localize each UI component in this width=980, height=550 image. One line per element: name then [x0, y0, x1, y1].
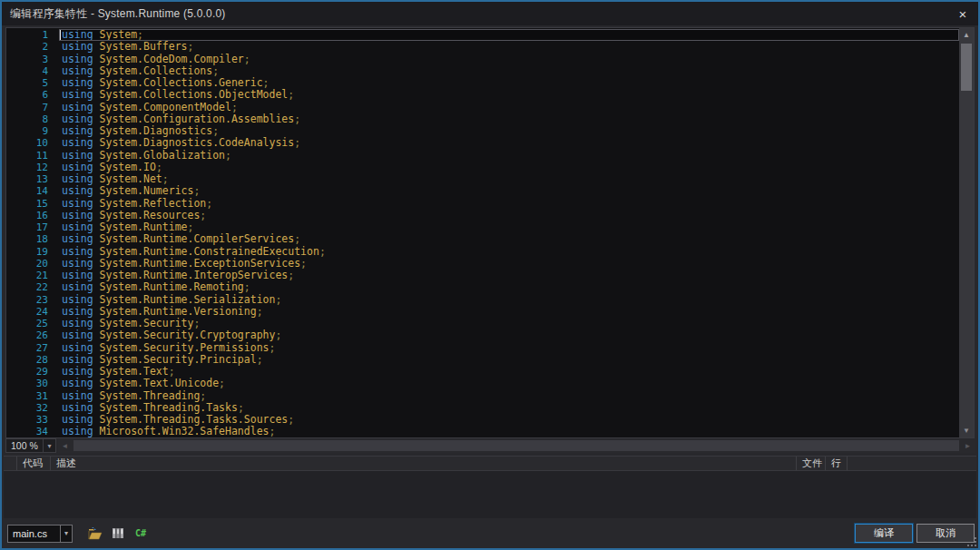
code-text[interactable]: using System.Numerics;: [59, 185, 959, 197]
code-text[interactable]: using System.Collections;: [59, 65, 959, 77]
column-file[interactable]: 文件: [797, 457, 826, 470]
code-line[interactable]: 12using System.IO;: [6, 162, 959, 173]
csharp-file-icon[interactable]: C#: [133, 526, 148, 541]
code-line[interactable]: 24using System.Runtime.Versioning;: [6, 306, 959, 318]
code-text[interactable]: using System.Diagnostics;: [59, 125, 959, 137]
code-text[interactable]: using System.Globalization;: [59, 150, 959, 162]
code-text[interactable]: using Microsoft.Win32.SafeHandles;: [59, 426, 959, 437]
code-line[interactable]: 11using System.Globalization;: [6, 150, 959, 162]
code-line[interactable]: 22using System.Runtime.Remoting;: [6, 281, 959, 293]
code-line[interactable]: 7using System.ComponentModel;: [6, 102, 959, 113]
file-name-value: main.cs: [8, 525, 60, 542]
code-line[interactable]: 13using System.Net;: [6, 173, 959, 185]
column-code[interactable]: 代码: [17, 457, 51, 470]
code-line[interactable]: 19using System.Runtime.ConstrainedExecut…: [6, 246, 959, 258]
code-text[interactable]: using System.Runtime;: [59, 221, 959, 233]
library-references-icon[interactable]: [111, 526, 125, 541]
line-number: 31: [6, 390, 59, 402]
code-text[interactable]: using System.Threading.Tasks;: [59, 402, 959, 414]
code-text[interactable]: using System.ComponentModel;: [59, 102, 959, 113]
code-line[interactable]: 17using System.Runtime;: [6, 221, 959, 233]
code-line[interactable]: 3using System.CodeDom.Compiler;: [6, 54, 959, 65]
code-line[interactable]: 6using System.Collections.ObjectModel;: [6, 89, 959, 101]
cancel-button[interactable]: 取消: [916, 524, 975, 543]
code-text[interactable]: using System.Buffers;: [59, 41, 959, 53]
code-text[interactable]: using System.Text.Unicode;: [59, 378, 959, 389]
scroll-right-icon[interactable]: ►: [961, 438, 975, 453]
code-text[interactable]: using System.Runtime.ExceptionServices;: [59, 258, 959, 270]
code-line[interactable]: 33using System.Threading.Tasks.Sources;: [6, 414, 959, 426]
file-name-select[interactable]: main.cs ▾: [7, 525, 73, 543]
column-severity-icon[interactable]: [4, 457, 17, 470]
code-text[interactable]: using System.CodeDom.Compiler;: [59, 54, 959, 65]
code-line[interactable]: 32using System.Threading.Tasks;: [6, 402, 959, 414]
code-text[interactable]: using System.Text;: [59, 366, 959, 378]
code-line[interactable]: 20using System.Runtime.ExceptionServices…: [6, 258, 959, 270]
code-text[interactable]: using System.Security.Principal;: [59, 354, 959, 366]
code-line[interactable]: 1using System;: [6, 29, 959, 41]
code-text[interactable]: using System.Collections.Generic;: [59, 77, 959, 89]
zoom-level-value: 100 %: [6, 439, 43, 452]
code-text[interactable]: using System.IO;: [59, 162, 959, 173]
resize-grip-icon[interactable]: [967, 537, 977, 547]
code-text[interactable]: using System.Runtime.Serialization;: [59, 294, 959, 306]
code-line[interactable]: 14using System.Numerics;: [6, 185, 959, 197]
code-line[interactable]: 31using System.Threading;: [6, 390, 959, 402]
code-line[interactable]: 8using System.Configuration.Assemblies;: [6, 113, 959, 125]
code-line[interactable]: 18using System.Runtime.CompilerServices;: [6, 233, 959, 245]
vertical-scrollbar[interactable]: ▲ ▼: [959, 28, 974, 437]
close-icon[interactable]: ×: [947, 2, 978, 25]
line-number: 22: [6, 281, 59, 293]
code-line[interactable]: 4using System.Collections;: [6, 65, 959, 77]
compile-button[interactable]: 编译: [855, 524, 913, 543]
code-line[interactable]: 29using System.Text;: [6, 366, 959, 378]
code-line[interactable]: 15using System.Reflection;: [6, 198, 959, 210]
horizontal-scrollbar-thumb[interactable]: [74, 440, 959, 451]
scroll-left-icon[interactable]: ◄: [58, 438, 72, 453]
code-text[interactable]: using System.Security.Permissions;: [59, 342, 959, 354]
code-line[interactable]: 5using System.Collections.Generic;: [6, 77, 959, 89]
code-line[interactable]: 10using System.Diagnostics.CodeAnalysis;: [6, 137, 959, 149]
code-text[interactable]: using System.Diagnostics.CodeAnalysis;: [59, 137, 959, 149]
semicolon-token: ;: [212, 124, 219, 137]
code-text[interactable]: using System.Security.Cryptography;: [59, 329, 959, 341]
code-line[interactable]: 2using System.Buffers;: [6, 41, 959, 53]
error-list[interactable]: [4, 471, 976, 518]
vertical-scrollbar-thumb[interactable]: [961, 44, 972, 91]
code-line[interactable]: 34using Microsoft.Win32.SafeHandles;: [6, 426, 959, 437]
code-line[interactable]: 16using System.Resources;: [6, 210, 959, 221]
code-text[interactable]: using System.Runtime.CompilerServices;: [59, 233, 959, 245]
chevron-down-icon[interactable]: ▾: [60, 525, 72, 542]
open-file-icon[interactable]: [88, 526, 103, 541]
code-text[interactable]: using System.Net;: [59, 173, 959, 185]
scroll-up-icon[interactable]: ▲: [959, 28, 974, 42]
scroll-down-icon[interactable]: ▼: [959, 424, 974, 437]
code-line[interactable]: 9using System.Diagnostics;: [6, 125, 959, 137]
code-text[interactable]: using System.Runtime.ConstrainedExecutio…: [59, 246, 959, 258]
code-line[interactable]: 23using System.Runtime.Serialization;: [6, 294, 959, 306]
chevron-down-icon[interactable]: ▾: [43, 439, 55, 452]
code-text[interactable]: using System;: [59, 29, 959, 41]
code-text[interactable]: using System.Threading.Tasks.Sources;: [59, 414, 959, 426]
code-text[interactable]: using System.Threading;: [59, 390, 959, 402]
code-line[interactable]: 25using System.Security;: [6, 318, 959, 329]
code-text[interactable]: using System.Resources;: [59, 210, 959, 221]
code-line[interactable]: 21using System.Runtime.InteropServices;: [6, 270, 959, 281]
code-text[interactable]: using System.Collections.ObjectModel;: [59, 89, 959, 101]
code-text[interactable]: using System.Runtime.InteropServices;: [59, 270, 959, 281]
code-line[interactable]: 30using System.Text.Unicode;: [6, 378, 959, 389]
code-editor[interactable]: 1using System;2using System.Buffers;3usi…: [5, 27, 975, 438]
code-line[interactable]: 26using System.Security.Cryptography;: [6, 329, 959, 341]
code-line[interactable]: 28using System.Security.Principal;: [6, 354, 959, 366]
code-text[interactable]: using System.Runtime.Versioning;: [59, 306, 959, 318]
code-line[interactable]: 27using System.Security.Permissions;: [6, 342, 959, 354]
code-lines[interactable]: 1using System;2using System.Buffers;3usi…: [6, 28, 959, 437]
column-line[interactable]: 行: [826, 457, 848, 470]
code-text[interactable]: using System.Reflection;: [59, 198, 959, 210]
code-text[interactable]: using System.Configuration.Assemblies;: [59, 113, 959, 125]
horizontal-scrollbar[interactable]: ◄ ►: [58, 438, 975, 453]
code-text[interactable]: using System.Runtime.Remoting;: [59, 281, 959, 293]
zoom-level-select[interactable]: 100 % ▾: [5, 438, 56, 453]
code-text[interactable]: using System.Security;: [59, 318, 959, 329]
column-description[interactable]: 描述: [51, 457, 797, 470]
